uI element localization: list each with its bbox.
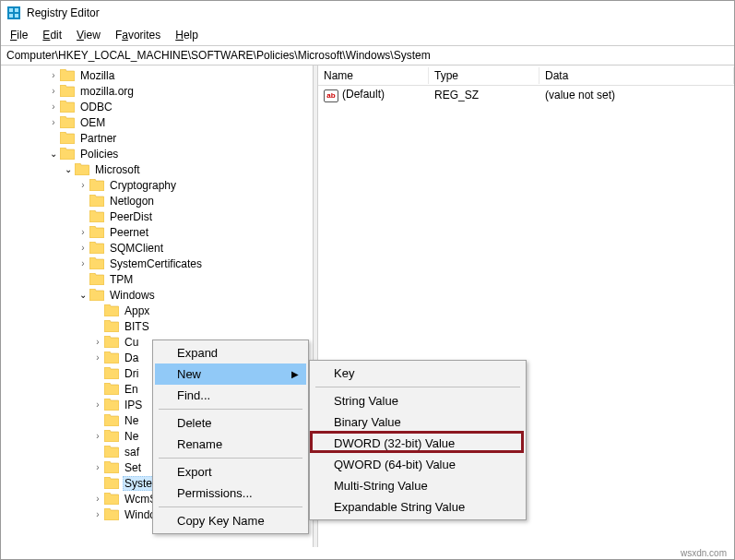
cell-data: (value not set) <box>539 87 734 103</box>
ctx-separator <box>159 409 302 410</box>
expander-icon[interactable]: › <box>91 462 104 472</box>
ctx-new-multistring[interactable]: Multi-String Value <box>312 475 524 496</box>
col-header-type[interactable]: Type <box>429 67 539 84</box>
expander-icon[interactable]: › <box>77 243 89 253</box>
tree-item-mozilla-org[interactable]: ›mozilla.org <box>10 83 313 99</box>
ctx-delete[interactable]: Delete <box>155 412 306 434</box>
tree-item-policies[interactable]: ⌄Policies <box>10 146 313 161</box>
ctx-separator <box>159 458 302 459</box>
expander-icon[interactable]: › <box>47 117 60 127</box>
folder-icon <box>75 163 89 175</box>
expander-icon[interactable]: › <box>91 399 104 410</box>
tree-item-netlogon[interactable]: Netlogon <box>10 193 313 209</box>
menu-view[interactable]: View <box>71 27 106 43</box>
folder-icon <box>60 116 75 128</box>
folder-icon <box>60 148 75 160</box>
folder-icon <box>89 242 104 254</box>
folder-icon <box>89 210 104 222</box>
menu-file[interactable]: File <box>5 27 33 43</box>
tree-item-bits[interactable]: BITS <box>10 318 313 334</box>
ctx-separator <box>159 506 302 507</box>
ctx-find[interactable]: Find... <box>155 385 306 406</box>
folder-icon <box>104 304 119 316</box>
ctx-expand[interactable]: Expand <box>155 342 306 363</box>
tree-item-windows[interactable]: ⌄Windows <box>10 287 313 303</box>
expander-icon[interactable]: › <box>47 86 60 96</box>
expander-icon[interactable]: ⌄ <box>47 149 60 159</box>
ctx-rename[interactable]: Rename <box>155 434 306 455</box>
tree-item-peerdist[interactable]: PeerDist <box>10 209 313 224</box>
tree-item-partner[interactable]: Partner <box>10 130 313 146</box>
tree-item-systemcertificates[interactable]: ›SystemCertificates <box>10 256 313 271</box>
ctx-new[interactable]: New▶ <box>155 363 306 385</box>
expander-icon[interactable]: › <box>47 101 60 112</box>
cell-type: REG_SZ <box>429 87 539 103</box>
col-header-data[interactable]: Data <box>539 67 734 84</box>
expander-icon[interactable]: › <box>91 337 104 347</box>
ctx-export[interactable]: Export <box>155 461 306 483</box>
folder-icon <box>104 320 119 332</box>
address-bar[interactable]: Computer\HKEY_LOCAL_MACHINE\SOFTWARE\Pol… <box>1 46 734 66</box>
tree-item-mozilla[interactable]: ›Mozilla <box>10 67 313 83</box>
folder-icon <box>104 508 119 520</box>
title-bar: Registry Editor <box>1 1 734 25</box>
folder-icon <box>89 195 104 207</box>
regedit-icon <box>6 6 21 20</box>
string-value-icon: ab <box>324 89 338 102</box>
ctx-new-expandable[interactable]: Expandable String Value <box>312 496 524 518</box>
folder-icon <box>60 69 75 81</box>
ctx-new-qword[interactable]: QWORD (64-bit) Value <box>312 454 524 475</box>
folder-icon <box>104 399 119 411</box>
tree-item-tpm[interactable]: TPM <box>10 271 313 287</box>
expander-icon[interactable]: › <box>91 494 104 504</box>
window-title: Registry Editor <box>27 6 100 19</box>
folder-icon <box>89 179 104 191</box>
watermark: wsxdn.com <box>681 548 727 558</box>
folder-icon <box>104 446 119 458</box>
folder-icon <box>89 273 104 285</box>
ctx-new-key[interactable]: Key <box>312 363 524 384</box>
tree-item-microsoft[interactable]: ⌄Microsoft <box>10 161 313 177</box>
folder-icon <box>104 351 119 363</box>
menu-edit[interactable]: Edit <box>37 27 67 43</box>
ctx-new-dword[interactable]: DWORD (32-bit) Value <box>312 433 524 454</box>
tree-item-peernet[interactable]: ›Peernet <box>10 224 313 240</box>
menu-bar: File Edit View Favorites Help <box>1 25 734 46</box>
folder-icon <box>104 493 119 505</box>
ctx-copy-key-name[interactable]: Copy Key Name <box>155 510 306 531</box>
list-header: Name Type Data <box>318 66 734 86</box>
expander-icon[interactable]: › <box>77 258 89 268</box>
expander-icon[interactable]: › <box>77 180 89 190</box>
expander-icon[interactable]: › <box>47 70 60 80</box>
ctx-new-string[interactable]: String Value <box>312 390 524 411</box>
folder-icon <box>60 132 75 144</box>
menu-help[interactable]: Help <box>170 27 204 43</box>
context-menu-primary: Expand New▶ Find... Delete Rename Export… <box>152 340 309 534</box>
expander-icon[interactable]: › <box>91 509 104 519</box>
folder-icon <box>104 430 119 442</box>
folder-icon <box>89 226 104 238</box>
col-header-name[interactable]: Name <box>318 67 429 84</box>
tree-item-cryptography[interactable]: ›Cryptography <box>10 177 313 193</box>
expander-icon[interactable]: › <box>91 431 104 441</box>
expander-icon[interactable]: › <box>91 352 104 363</box>
tree-item-odbc[interactable]: ›ODBC <box>10 99 313 114</box>
folder-icon <box>104 461 119 473</box>
tree-item-appx[interactable]: Appx <box>10 303 313 318</box>
menu-favorites[interactable]: Favorites <box>110 27 166 43</box>
tree-item-sqmclient[interactable]: ›SQMClient <box>10 240 313 256</box>
list-row-default[interactable]: ab(Default) REG_SZ (value not set) <box>318 86 734 104</box>
folder-icon <box>104 383 119 395</box>
ctx-permissions[interactable]: Permissions... <box>155 483 306 504</box>
expander-icon[interactable]: › <box>77 227 89 237</box>
expander-icon[interactable]: ⌄ <box>77 290 89 300</box>
submenu-arrow-icon: ▶ <box>291 369 299 379</box>
expander-icon[interactable]: ⌄ <box>62 164 75 174</box>
folder-icon <box>89 257 104 269</box>
folder-icon <box>60 85 75 97</box>
folder-icon <box>104 414 119 426</box>
folder-icon <box>60 101 75 113</box>
ctx-new-binary[interactable]: Binary Value <box>312 411 524 433</box>
ctx-separator <box>315 387 520 387</box>
tree-item-oem[interactable]: ›OEM <box>10 114 313 130</box>
